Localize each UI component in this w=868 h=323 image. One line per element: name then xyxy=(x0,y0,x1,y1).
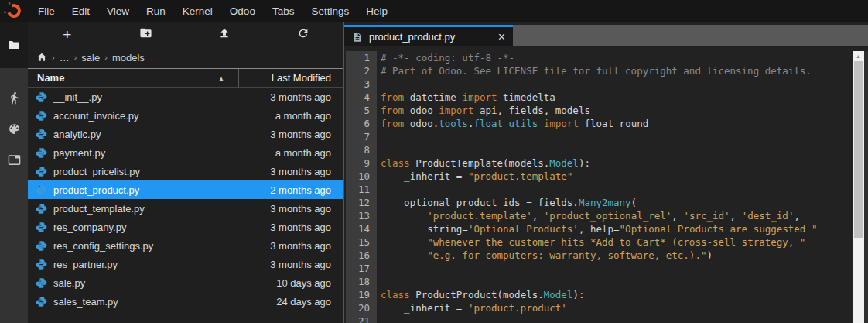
menu-run[interactable]: Run xyxy=(138,5,174,17)
editor-panel: product_product.py × 1234567891011121314… xyxy=(343,22,868,323)
plus-icon: + xyxy=(63,27,71,42)
line-number: 14 xyxy=(346,222,370,235)
file-row-product_pricelist.py[interactable]: product_pricelist.py3 months ago xyxy=(28,162,343,180)
sidebar-tab-running-sessions[interactable] xyxy=(0,82,28,113)
file-row-analytic.py[interactable]: analytic.py3 months ago xyxy=(28,125,343,143)
code-editor[interactable]: 123456789101112131415161718192021 # -*- … xyxy=(344,46,868,323)
file-row-payment.py[interactable]: payment.pya month ago xyxy=(28,143,343,162)
file-modified: 2 months ago xyxy=(270,184,331,196)
file-row-product_template.py[interactable]: product_template.py3 months ago xyxy=(28,199,343,218)
new-launcher-button[interactable]: + xyxy=(28,22,107,46)
running-person-icon xyxy=(8,91,21,105)
menu-kernel[interactable]: Kernel xyxy=(174,5,221,17)
code-content[interactable]: # -*- coding: utf-8 -*-# Part of Odoo. S… xyxy=(377,51,853,323)
column-header-name[interactable]: Name xyxy=(28,72,239,84)
code-line xyxy=(381,275,853,288)
upload-button[interactable] xyxy=(186,22,265,46)
home-icon[interactable] xyxy=(36,52,47,63)
sidebar-tab-open-tabs[interactable] xyxy=(0,144,28,175)
code-line: from odoo.tools.float_utils import float… xyxy=(381,117,853,130)
editor-scrollbar[interactable]: ▲ xyxy=(853,51,864,323)
file-modified: 24 days ago xyxy=(276,296,331,308)
file-row-res_partner.py[interactable]: res_partner.py3 months ago xyxy=(28,255,343,273)
file-modified: 3 months ago xyxy=(270,240,331,252)
file-row-sale.py[interactable]: sale.py10 days ago xyxy=(28,273,343,292)
file-modified: a month ago xyxy=(275,147,331,159)
scrollbar-up-icon[interactable]: ▲ xyxy=(853,51,864,61)
folder-icon xyxy=(8,39,20,51)
code-line: "whenever the customer hits *Add to Cart… xyxy=(381,235,853,249)
python-file-icon xyxy=(36,296,47,308)
python-file-icon xyxy=(36,222,47,233)
python-file-icon xyxy=(36,166,47,177)
breadcrumb-item[interactable]: … xyxy=(60,52,70,64)
file-row-res_company.py[interactable]: res_company.py3 months ago xyxy=(28,218,343,236)
line-number: 20 xyxy=(346,301,370,314)
code-line: string='Optional Products', help="Option… xyxy=(381,222,853,235)
file-browser-panel: + ›…›sale›models xyxy=(28,22,343,323)
close-icon[interactable]: × xyxy=(498,31,505,43)
file-row-product_product.py[interactable]: product_product.py2 months ago xyxy=(28,180,343,199)
refresh-button[interactable] xyxy=(264,22,343,46)
sort-ascending-icon[interactable]: ▲ xyxy=(218,75,224,82)
breadcrumb-separator: › xyxy=(104,53,108,62)
menu-view[interactable]: View xyxy=(98,5,138,17)
line-number: 21 xyxy=(346,314,370,323)
menu-odoo[interactable]: Odoo xyxy=(221,5,264,17)
menu-edit[interactable]: Edit xyxy=(63,5,98,17)
code-line: 'product.template', 'product_optional_re… xyxy=(381,209,853,222)
file-modified: 3 months ago xyxy=(270,203,331,215)
file-name: account_invoice.py xyxy=(53,110,139,122)
line-number: 5 xyxy=(346,104,370,117)
file-name: res_partner.py xyxy=(53,259,118,270)
line-number-gutter: 123456789101112131415161718192021 xyxy=(346,51,377,323)
code-line: optional_product_ids = fields.Many2many( xyxy=(381,196,853,209)
file-name: product_template.py xyxy=(53,203,145,215)
upload-icon xyxy=(218,27,231,42)
tab-product-product-py[interactable]: product_product.py × xyxy=(344,25,513,46)
file-name: product_product.py xyxy=(53,184,139,196)
code-line xyxy=(381,183,853,196)
file-name: res_company.py xyxy=(53,222,126,233)
breadcrumb-separator: › xyxy=(74,53,77,62)
menu-settings[interactable]: Settings xyxy=(302,5,357,17)
scrollbar-thumb[interactable] xyxy=(854,61,863,238)
code-line: class ProductTemplate(models.Model): xyxy=(381,156,853,170)
column-header-last-modified[interactable]: Last Modified xyxy=(239,72,343,84)
python-file-icon xyxy=(36,277,47,289)
code-line xyxy=(381,130,853,143)
file-list-header: Name ▲ Last Modified xyxy=(28,68,343,88)
file-modified: 3 months ago xyxy=(270,91,331,103)
new-folder-button[interactable] xyxy=(107,22,186,46)
line-number: 6 xyxy=(346,117,370,130)
line-number: 16 xyxy=(346,249,370,262)
code-line xyxy=(381,77,853,91)
python-file-icon xyxy=(36,259,47,270)
sidebar-tab-file-browser[interactable] xyxy=(0,22,28,68)
code-line: _inherit = 'product.product' xyxy=(381,301,853,314)
file-row-account_invoice.py[interactable]: account_invoice.pya month ago xyxy=(28,106,343,125)
breadcrumb-item[interactable]: models xyxy=(112,52,145,64)
line-number: 2 xyxy=(346,64,370,77)
file-row-sales_team.py[interactable]: sales_team.py24 days ago xyxy=(28,292,343,311)
line-number: 8 xyxy=(346,143,370,156)
file-list: __init__.py3 months ago account_invoice.… xyxy=(28,88,343,323)
python-file-icon xyxy=(36,203,47,215)
line-number: 13 xyxy=(346,209,370,222)
breadcrumb-item[interactable]: sale xyxy=(81,52,100,64)
code-line: # Part of Odoo. See LICENSE file for ful… xyxy=(381,64,853,77)
file-modified: 3 months ago xyxy=(270,129,331,140)
file-row-__init__.py[interactable]: __init__.py3 months ago xyxy=(28,88,343,106)
sidebar-tab-commands[interactable] xyxy=(0,113,28,144)
file-name: analytic.py xyxy=(53,129,101,140)
file-name: sales_team.py xyxy=(53,296,118,308)
line-number: 19 xyxy=(346,288,370,301)
menu-help[interactable]: Help xyxy=(357,5,396,17)
file-name: sale.py xyxy=(53,277,85,289)
line-number: 10 xyxy=(346,170,370,183)
line-number: 11 xyxy=(346,183,370,196)
code-line: class ProductProduct(models.Model): xyxy=(381,288,853,301)
menu-file[interactable]: File xyxy=(29,5,63,17)
file-row-res_config_settings.py[interactable]: res_config_settings.py3 months ago xyxy=(28,236,343,255)
menu-tabs[interactable]: Tabs xyxy=(264,5,303,17)
